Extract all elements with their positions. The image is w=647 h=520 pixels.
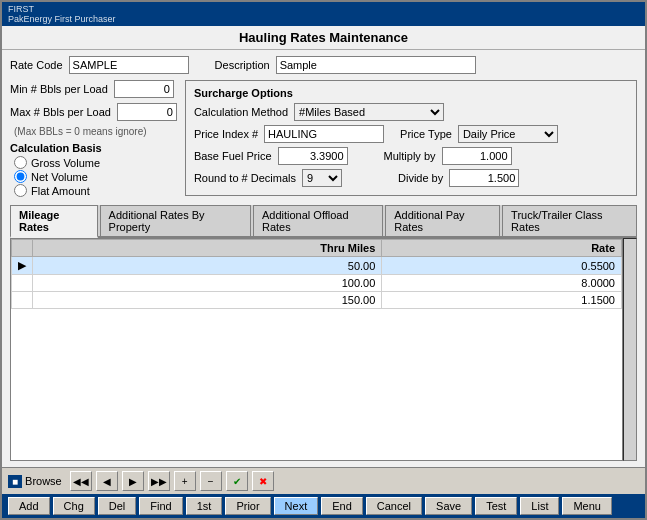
price-type-select[interactable]: Daily Price Monthly Price [458,125,558,143]
rate-cell: 8.0000 [382,275,622,292]
delete-nav-btn[interactable]: − [200,471,222,491]
menu-button[interactable]: Menu [562,497,612,515]
gross-volume-radio[interactable] [14,156,27,169]
base-fuel-input[interactable] [278,147,348,165]
divide-by-label: Divide by [398,172,443,184]
thru-miles-cell: 150.00 [33,292,382,309]
tabs-container: Mileage Rates Additional Rates By Proper… [10,205,637,461]
base-fuel-label: Base Fuel Price [194,150,272,162]
max-bbls-input[interactable] [117,103,177,121]
round-select[interactable]: 9 0 1 2 3 4 [302,169,342,187]
min-bbls-label: Min # Bbls per Load [10,83,108,95]
next-button[interactable]: Next [274,497,319,515]
multiply-by-label: Multiply by [384,150,436,162]
chg-button[interactable]: Chg [53,497,95,515]
two-col-layout: Min # Bbls per Load Max # Bbls per Load … [10,80,637,197]
mileage-table: Thru Miles Rate ▶ 50.00 0.5500 100.00 8.… [11,239,622,309]
radio-group: Gross Volume Net Volume Flat Amount [10,156,177,197]
max-bbls-label: Max # Bbls per Load [10,106,111,118]
calc-method-row: Calculation Method #Miles Based Flat Per… [194,103,628,121]
net-volume-label: Net Volume [31,171,88,183]
end-button[interactable]: End [321,497,363,515]
rate-code-row: Rate Code Description [10,56,637,74]
flat-amount-label: Flat Amount [31,185,90,197]
rate-code-input[interactable] [69,56,189,74]
tab-additional-rates-by-property[interactable]: Additional Rates By Property [100,205,251,236]
calc-basis-title: Calculation Basis [10,142,177,154]
flat-amount-radio-item: Flat Amount [14,184,177,197]
content-area: Rate Code Description Min # Bbls per Loa… [2,50,645,467]
cancel-nav-btn[interactable]: ✖ [252,471,274,491]
confirm-nav-btn[interactable]: ✔ [226,471,248,491]
net-volume-radio[interactable] [14,170,27,183]
min-bbls-row: Min # Bbls per Load [10,80,177,98]
thru-miles-header: Thru Miles [33,240,382,257]
list-button[interactable]: List [520,497,559,515]
prior-button[interactable]: Prior [225,497,270,515]
indicator-header [12,240,33,257]
gross-volume-label: Gross Volume [31,157,100,169]
min-bbls-input[interactable] [114,80,174,98]
first-button[interactable]: 1st [186,497,223,515]
tab-content: Thru Miles Rate ▶ 50.00 0.5500 100.00 8.… [10,238,623,461]
tab-truck-trailer-class-rates[interactable]: Truck/Trailer Class Rates [502,205,637,236]
table-row[interactable]: 100.00 8.0000 [12,275,622,292]
test-button[interactable]: Test [475,497,517,515]
divide-by-input[interactable] [449,169,519,187]
description-input[interactable] [276,56,476,74]
surcharge-title: Surcharge Options [194,87,628,99]
find-button[interactable]: Find [139,497,182,515]
flat-amount-radio[interactable] [14,184,27,197]
browse-label: ■ Browse [8,475,62,488]
browse-box: ■ [8,475,22,488]
scrollbar[interactable] [623,238,637,461]
calc-method-select[interactable]: #Miles Based Flat Per BBL [294,103,444,121]
tab-headers: Mileage Rates Additional Rates By Proper… [10,205,637,238]
net-volume-radio-item: Net Volume [14,170,177,183]
tab-additional-offload-rates[interactable]: Additional Offload Rates [253,205,383,236]
action-buttons-bar: Add Chg Del Find 1st Prior Next End Canc… [2,494,645,518]
rate-header: Rate [382,240,622,257]
row-indicator: ▶ [12,257,33,275]
max-bbls-note: (Max BBLs = 0 means ignore) [14,126,177,137]
next-nav-btn[interactable]: ▶ [122,471,144,491]
thru-miles-cell: 50.00 [33,257,382,275]
cancel-button[interactable]: Cancel [366,497,422,515]
rate-cell: 1.1500 [382,292,622,309]
title-bar: FIRST PakEnergy First Purchaser [2,2,645,26]
main-window: FIRST PakEnergy First Purchaser Hauling … [0,0,647,520]
price-type-label: Price Type [400,128,452,140]
gross-volume-radio-item: Gross Volume [14,156,177,169]
add-nav-btn[interactable]: + [174,471,196,491]
prev-nav-btn[interactable]: ◀ [96,471,118,491]
add-button[interactable]: Add [8,497,50,515]
calc-method-label: Calculation Method [194,106,288,118]
tab-mileage-rates[interactable]: Mileage Rates [10,205,98,238]
save-button[interactable]: Save [425,497,472,515]
row-indicator [12,275,33,292]
table-row[interactable]: ▶ 50.00 0.5500 [12,257,622,275]
description-label: Description [215,59,270,71]
app-name: FIRST [8,4,639,14]
thru-miles-cell: 100.00 [33,275,382,292]
tab-additional-pay-rates[interactable]: Additional Pay Rates [385,205,500,236]
left-col: Min # Bbls per Load Max # Bbls per Load … [10,80,177,197]
price-index-input[interactable] [264,125,384,143]
table-header-row: Thru Miles Rate [12,240,622,257]
bottom-nav-bar: ■ Browse ◀◀ ◀ ▶ ▶▶ + − ✔ ✖ [2,467,645,494]
tab-content-wrapper: Thru Miles Rate ▶ 50.00 0.5500 100.00 8.… [10,238,637,461]
round-label: Round to # Decimals [194,172,296,184]
multiply-by-input[interactable] [442,147,512,165]
calc-basis-section: Calculation Basis Gross Volume Net Volum… [10,142,177,197]
table-row[interactable]: 150.00 1.1500 [12,292,622,309]
last-nav-btn[interactable]: ▶▶ [148,471,170,491]
price-index-label: Price Index # [194,128,258,140]
max-bbls-row: Max # Bbls per Load [10,103,177,121]
base-fuel-row: Base Fuel Price Multiply by [194,147,628,165]
first-nav-btn[interactable]: ◀◀ [70,471,92,491]
surcharge-section: Surcharge Options Calculation Method #Mi… [185,80,637,196]
row-indicator [12,292,33,309]
rate-code-label: Rate Code [10,59,63,71]
page-title: Hauling Rates Maintenance [2,26,645,50]
del-button[interactable]: Del [98,497,137,515]
